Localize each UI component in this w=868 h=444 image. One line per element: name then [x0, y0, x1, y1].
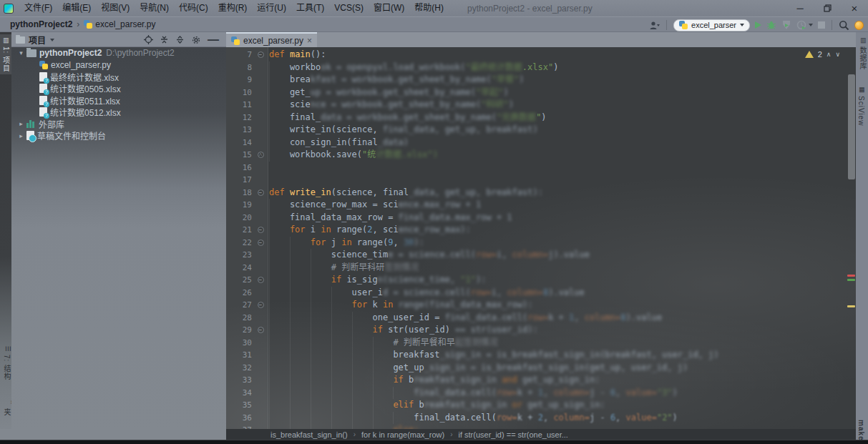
fold-marker-icon[interactable]: − — [252, 302, 269, 308]
breadcrumb-project[interactable]: pythonProject2 — [10, 19, 72, 29]
inspection-widget[interactable]: 2 ∧ ∨ — [805, 50, 840, 59]
code-token: reakfast_sign_in — [414, 375, 502, 385]
tree-item[interactable]: 统计数据0505.xlsx — [11, 83, 226, 95]
chevron-down-icon[interactable]: ▾ — [16, 49, 26, 56]
menu-t[interactable]: 工具(T) — [291, 0, 329, 16]
expand-all-icon[interactable] — [160, 35, 169, 44]
warning-stripe-yellow[interactable] — [847, 305, 855, 307]
tree-item[interactable]: 最终统计数据.xlsx — [11, 71, 226, 83]
code-token: brea — [290, 74, 311, 84]
collapse-all-icon[interactable] — [175, 35, 185, 44]
editor-scrollbar[interactable] — [847, 47, 856, 429]
menu-f[interactable]: 文件(F) — [19, 0, 57, 16]
fold-marker-icon[interactable]: − — [252, 51, 269, 58]
project-tree-panel: ▾pythonProject2D:\pythonProject2excel_pa… — [11, 47, 226, 440]
code-text: for i in range(2, science_row_max): — [269, 224, 471, 237]
code-token: , — [615, 413, 625, 423]
stripe-green[interactable] — [847, 279, 855, 281]
menu-vcss[interactable]: VCS(S) — [329, 0, 369, 16]
run-with-coverage-button[interactable] — [781, 20, 791, 30]
run-configuration-select[interactable]: excel_parser — [673, 19, 750, 31]
tree-item[interactable]: ▸外部库 — [11, 118, 226, 130]
code-token: , — [543, 413, 553, 423]
code-token: # 判断早科研 — [331, 262, 384, 272]
breadcrumb-file[interactable]: excel_parser.py — [95, 19, 155, 29]
fold-marker-icon[interactable]: − — [252, 327, 269, 333]
toolbar-divider — [832, 20, 832, 30]
code-line-29: 29−if str(user_id) == str(user_id): — [226, 324, 846, 337]
code-line-36: 36final_data.cell(row=k + 2, column=j - … — [226, 412, 846, 425]
locate-file-icon[interactable] — [144, 35, 153, 44]
code-token: data = workbook.get_sheet_by_name( — [321, 112, 497, 122]
menu-w[interactable]: 窗口(W) — [369, 0, 409, 16]
error-stripe-red[interactable] — [847, 275, 855, 277]
editor-breadcrumb-item[interactable]: for k in range(max_row) — [361, 430, 444, 439]
sidebar-tab-make[interactable]: make — [857, 420, 865, 441]
chevron-right-icon[interactable]: ▸ — [16, 120, 26, 127]
prev-warning-icon[interactable]: ∧ — [826, 51, 832, 58]
code-token: range( — [336, 225, 367, 235]
breadcrumb-separator-icon: › — [77, 19, 79, 29]
code-token: "3" — [657, 388, 673, 398]
code-token: and — [502, 375, 522, 385]
code-token: in — [341, 237, 357, 247]
debug-button[interactable] — [766, 20, 776, 30]
sidebar-tab-sciview[interactable]: ▦SciView — [857, 86, 865, 126]
editor-breadcrumb-item[interactable]: if str(user_id) == str(one_user... — [458, 430, 567, 439]
menu-v[interactable]: 视图(V) — [96, 0, 135, 16]
chevron-down-icon[interactable] — [50, 39, 54, 41]
line-number: 28 — [226, 313, 252, 322]
code-text: if str(user_id) == str(user_id): — [269, 324, 538, 337]
code-line-17: 17 — [226, 174, 846, 187]
user-profile-icon[interactable] — [649, 21, 660, 30]
menu-r[interactable]: 重构(R) — [213, 0, 253, 16]
tab-close-icon[interactable]: × — [307, 37, 312, 44]
tree-item[interactable]: ▾pythonProject2D:\pythonProject2 — [11, 47, 226, 59]
minimize-icon[interactable]: ─ — [786, 0, 814, 16]
fold-marker-icon[interactable]: − — [252, 240, 269, 246]
settings-gear-icon[interactable] — [191, 35, 201, 45]
tree-item[interactable]: excel_parser.py — [11, 59, 226, 71]
code-text: for k in range(final_data_max_row): — [269, 299, 532, 312]
menu-n[interactable]: 导航(N) — [135, 0, 174, 16]
notification-icon[interactable] — [854, 21, 864, 30]
fold-marker-icon[interactable]: − — [252, 189, 269, 196]
project-panel-title[interactable]: 项目 — [29, 34, 46, 46]
code-editor[interactable]: 7−def main():8workbook = openpyxl.load_w… — [226, 47, 856, 429]
code-token: range(final_data_max_row): — [399, 300, 533, 310]
sidebar-tab-structure[interactable]: ☰7: 结构 — [1, 345, 12, 380]
tree-item[interactable]: 统计数据0511.xlsx — [11, 94, 226, 107]
editor-breadcrumb-item[interactable]: is_breakfast_sign_in() — [270, 430, 348, 439]
menu-c[interactable]: 代码(C) — [174, 0, 213, 16]
search-everywhere-icon[interactable] — [839, 20, 849, 31]
panel-fill — [11, 429, 226, 440]
code-token: in — [383, 300, 399, 310]
line-number: 32 — [226, 363, 252, 373]
code-text: # 判断早餐和早起签到情况 — [269, 337, 498, 350]
tab-label: excel_parser.py — [243, 36, 303, 46]
menu-h[interactable]: 帮助(H) — [409, 0, 449, 16]
fold-marker-icon[interactable]: ˄ — [252, 152, 269, 158]
tool-window-header-row: 项目 — excel_parser.py × — [0, 32, 868, 47]
code-token: nce = workbook.get_sheet_by_name( — [311, 99, 481, 109]
sidebar-tab-project[interactable]: ▤1: 项目 — [0, 34, 11, 74]
run-button[interactable] — [755, 21, 761, 29]
profiler-button[interactable] — [796, 20, 813, 30]
strip-fill — [0, 429, 11, 440]
fold-marker-icon[interactable]: − — [252, 277, 269, 283]
tree-item[interactable]: 统计数据0512.xlsx — [11, 107, 226, 119]
chevron-right-icon[interactable]: ▸ — [16, 132, 26, 139]
menu-u[interactable]: 运行(U) — [252, 0, 291, 16]
tab-excel-parser[interactable]: excel_parser.py × — [226, 32, 317, 47]
hide-panel-icon[interactable]: — — [208, 34, 219, 46]
code-token: column= — [553, 413, 590, 423]
tree-item[interactable]: ▸草稿文件和控制台 — [11, 130, 226, 142]
next-warning-icon[interactable]: ∨ — [835, 51, 840, 58]
scrollbar-thumb[interactable] — [848, 74, 855, 179]
restore-icon[interactable] — [814, 0, 841, 16]
code-text: breakfast = workbook.get_sheet_by_name("… — [269, 74, 524, 87]
fold-marker-icon[interactable]: − — [252, 227, 269, 233]
close-icon[interactable]: × — [841, 0, 868, 16]
menu-e[interactable]: 编辑(E) — [57, 0, 96, 16]
sidebar-tab-database[interactable]: ▤数据库 — [857, 36, 868, 70]
